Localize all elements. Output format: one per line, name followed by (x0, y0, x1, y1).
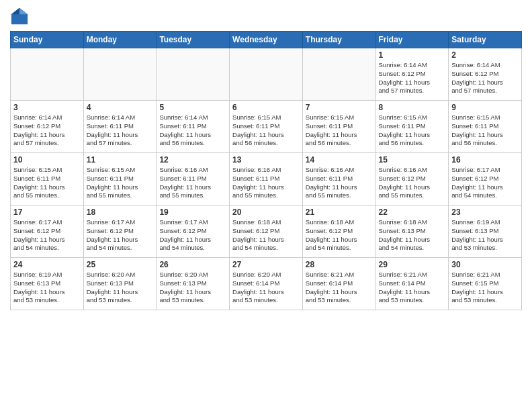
calendar-cell: 14Sunrise: 6:16 AM Sunset: 6:11 PM Dayli… (302, 153, 375, 205)
day-info: Sunrise: 6:14 AM Sunset: 6:12 PM Dayligh… (451, 61, 519, 95)
calendar-cell: 7Sunrise: 6:15 AM Sunset: 6:11 PM Daylig… (302, 101, 375, 153)
day-number: 26 (159, 260, 226, 269)
calendar-cell (157, 48, 230, 101)
calendar-week-2: 10Sunrise: 6:15 AM Sunset: 6:11 PM Dayli… (11, 153, 522, 205)
col-header-monday: Monday (83, 32, 157, 48)
day-info: Sunrise: 6:14 AM Sunset: 6:11 PM Dayligh… (87, 113, 154, 148)
day-info: Sunrise: 6:16 AM Sunset: 6:11 PM Dayligh… (159, 166, 226, 200)
day-number: 28 (306, 260, 373, 269)
day-number: 4 (87, 103, 154, 112)
day-number: 11 (87, 155, 154, 165)
day-number: 16 (451, 155, 519, 165)
logo-icon (10, 7, 29, 26)
day-number: 1 (379, 50, 446, 60)
calendar-week-3: 17Sunrise: 6:17 AM Sunset: 6:12 PM Dayli… (11, 205, 522, 258)
calendar-cell: 15Sunrise: 6:16 AM Sunset: 6:12 PM Dayli… (375, 153, 449, 205)
day-number: 30 (451, 260, 519, 269)
calendar-cell: 18Sunrise: 6:17 AM Sunset: 6:12 PM Dayli… (83, 205, 157, 258)
calendar-cell: 9Sunrise: 6:15 AM Sunset: 6:11 PM Daylig… (449, 101, 522, 153)
calendar-cell: 28Sunrise: 6:21 AM Sunset: 6:14 PM Dayli… (302, 258, 375, 310)
calendar-cell: 5Sunrise: 6:14 AM Sunset: 6:11 PM Daylig… (157, 101, 230, 153)
day-info: Sunrise: 6:21 AM Sunset: 6:14 PM Dayligh… (379, 271, 446, 305)
calendar-week-4: 24Sunrise: 6:19 AM Sunset: 6:13 PM Dayli… (11, 258, 522, 310)
calendar-cell: 1Sunrise: 6:14 AM Sunset: 6:12 PM Daylig… (375, 48, 449, 101)
day-number: 29 (379, 260, 446, 269)
day-info: Sunrise: 6:18 AM Sunset: 6:13 PM Dayligh… (379, 218, 446, 253)
day-info: Sunrise: 6:18 AM Sunset: 6:12 PM Dayligh… (232, 218, 300, 253)
calendar-cell: 21Sunrise: 6:18 AM Sunset: 6:12 PM Dayli… (302, 205, 375, 258)
calendar-cell: 23Sunrise: 6:19 AM Sunset: 6:13 PM Dayli… (449, 205, 522, 258)
calendar-cell: 11Sunrise: 6:15 AM Sunset: 6:11 PM Dayli… (83, 153, 157, 205)
day-info: Sunrise: 6:17 AM Sunset: 6:12 PM Dayligh… (13, 218, 81, 253)
day-info: Sunrise: 6:19 AM Sunset: 6:13 PM Dayligh… (451, 218, 519, 253)
logo (10, 7, 32, 26)
day-number: 2 (451, 50, 519, 60)
col-header-tuesday: Tuesday (157, 32, 230, 48)
calendar-cell: 17Sunrise: 6:17 AM Sunset: 6:12 PM Dayli… (11, 205, 84, 258)
day-info: Sunrise: 6:17 AM Sunset: 6:12 PM Dayligh… (159, 218, 226, 253)
day-number: 17 (13, 208, 81, 217)
day-number: 27 (232, 260, 300, 269)
day-info: Sunrise: 6:18 AM Sunset: 6:12 PM Dayligh… (306, 218, 373, 253)
day-number: 25 (87, 260, 154, 269)
day-number: 14 (306, 155, 373, 165)
calendar-cell: 12Sunrise: 6:16 AM Sunset: 6:11 PM Dayli… (157, 153, 230, 205)
day-info: Sunrise: 6:21 AM Sunset: 6:15 PM Dayligh… (451, 271, 519, 305)
calendar-cell (83, 48, 157, 101)
day-number: 18 (87, 208, 154, 217)
day-number: 21 (306, 208, 373, 217)
calendar-header-row: SundayMondayTuesdayWednesdayThursdayFrid… (11, 32, 522, 48)
calendar-cell: 2Sunrise: 6:14 AM Sunset: 6:12 PM Daylig… (449, 48, 522, 101)
day-number: 15 (379, 155, 446, 165)
day-info: Sunrise: 6:17 AM Sunset: 6:12 PM Dayligh… (87, 218, 154, 253)
day-info: Sunrise: 6:19 AM Sunset: 6:13 PM Dayligh… (13, 271, 81, 305)
calendar-cell: 19Sunrise: 6:17 AM Sunset: 6:12 PM Dayli… (157, 205, 230, 258)
calendar-week-0: 1Sunrise: 6:14 AM Sunset: 6:12 PM Daylig… (11, 48, 522, 101)
day-info: Sunrise: 6:16 AM Sunset: 6:12 PM Dayligh… (379, 166, 446, 200)
calendar-cell: 22Sunrise: 6:18 AM Sunset: 6:13 PM Dayli… (375, 205, 449, 258)
day-number: 5 (159, 103, 226, 112)
col-header-thursday: Thursday (302, 32, 375, 48)
svg-marker-1 (19, 8, 28, 14)
calendar: SundayMondayTuesdayWednesdayThursdayFrid… (10, 31, 522, 310)
calendar-cell: 16Sunrise: 6:17 AM Sunset: 6:12 PM Dayli… (449, 153, 522, 205)
calendar-cell: 3Sunrise: 6:14 AM Sunset: 6:12 PM Daylig… (11, 101, 84, 153)
col-header-wednesday: Wednesday (230, 32, 303, 48)
col-header-sunday: Sunday (11, 32, 84, 48)
day-info: Sunrise: 6:15 AM Sunset: 6:11 PM Dayligh… (232, 113, 300, 148)
day-number: 19 (159, 208, 226, 217)
day-number: 20 (232, 208, 300, 217)
day-number: 24 (13, 260, 81, 269)
day-info: Sunrise: 6:14 AM Sunset: 6:11 PM Dayligh… (159, 113, 226, 148)
col-header-saturday: Saturday (449, 32, 522, 48)
day-info: Sunrise: 6:16 AM Sunset: 6:11 PM Dayligh… (306, 166, 373, 200)
calendar-cell: 6Sunrise: 6:15 AM Sunset: 6:11 PM Daylig… (230, 101, 303, 153)
svg-marker-2 (11, 8, 19, 14)
day-info: Sunrise: 6:21 AM Sunset: 6:14 PM Dayligh… (306, 271, 373, 305)
day-info: Sunrise: 6:20 AM Sunset: 6:13 PM Dayligh… (159, 271, 226, 305)
day-info: Sunrise: 6:16 AM Sunset: 6:11 PM Dayligh… (232, 166, 300, 200)
calendar-cell: 26Sunrise: 6:20 AM Sunset: 6:13 PM Dayli… (157, 258, 230, 310)
day-number: 6 (232, 103, 300, 112)
day-number: 8 (379, 103, 446, 112)
day-number: 10 (13, 155, 81, 165)
calendar-cell: 24Sunrise: 6:19 AM Sunset: 6:13 PM Dayli… (11, 258, 84, 310)
day-info: Sunrise: 6:14 AM Sunset: 6:12 PM Dayligh… (379, 61, 446, 95)
calendar-cell (11, 48, 84, 101)
day-number: 22 (379, 208, 446, 217)
day-number: 9 (451, 103, 519, 112)
calendar-cell: 30Sunrise: 6:21 AM Sunset: 6:15 PM Dayli… (449, 258, 522, 310)
day-info: Sunrise: 6:15 AM Sunset: 6:11 PM Dayligh… (306, 113, 373, 148)
calendar-cell: 25Sunrise: 6:20 AM Sunset: 6:13 PM Dayli… (83, 258, 157, 310)
day-info: Sunrise: 6:20 AM Sunset: 6:14 PM Dayligh… (232, 271, 300, 305)
calendar-cell: 10Sunrise: 6:15 AM Sunset: 6:11 PM Dayli… (11, 153, 84, 205)
day-number: 13 (232, 155, 300, 165)
day-info: Sunrise: 6:15 AM Sunset: 6:11 PM Dayligh… (87, 166, 154, 200)
calendar-cell: 29Sunrise: 6:21 AM Sunset: 6:14 PM Dayli… (375, 258, 449, 310)
day-number: 3 (13, 103, 81, 112)
day-info: Sunrise: 6:20 AM Sunset: 6:13 PM Dayligh… (87, 271, 154, 305)
day-info: Sunrise: 6:17 AM Sunset: 6:12 PM Dayligh… (451, 166, 519, 200)
calendar-cell: 8Sunrise: 6:15 AM Sunset: 6:11 PM Daylig… (375, 101, 449, 153)
day-number: 7 (306, 103, 373, 112)
calendar-cell (230, 48, 303, 101)
